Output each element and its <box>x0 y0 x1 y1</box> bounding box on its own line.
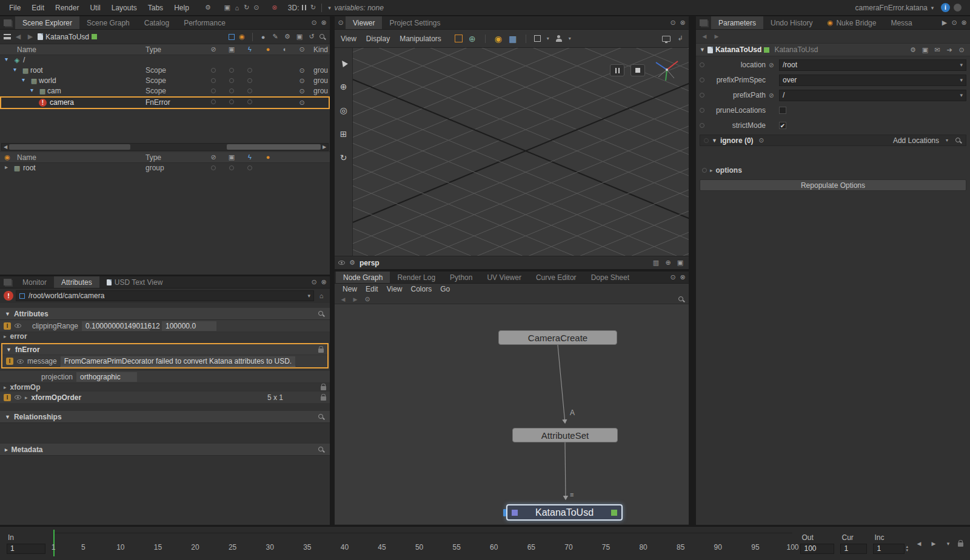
col-render-icon[interactable]: ▣ <box>227 152 236 162</box>
reload-3d-icon[interactable]: ↻ <box>309 3 318 13</box>
scrollbar-thumb[interactable] <box>227 144 321 150</box>
state-ring-icon[interactable] <box>211 78 216 83</box>
search-icon[interactable] <box>318 446 325 453</box>
film-gate-icon[interactable]: ▥ <box>651 258 661 268</box>
history-back-icon[interactable]: ◀ <box>13 32 23 42</box>
visibility-icon[interactable] <box>338 261 345 265</box>
dropdown-caret-icon[interactable]: ▾ <box>305 293 310 299</box>
timeline-strip[interactable]: 1510152025303540455055606570758085909510… <box>53 528 792 559</box>
close-pane-icon[interactable]: ⊗ <box>678 18 687 28</box>
tab-curve-editor[interactable]: Curve Editor <box>529 272 584 283</box>
search-icon[interactable] <box>319 33 326 41</box>
timeline-tick[interactable]: 15 <box>154 543 162 552</box>
strictmode-checkbox[interactable]: ✔ <box>779 122 786 129</box>
history-forward-icon[interactable]: ▶ <box>25 32 35 42</box>
timeline-tick[interactable]: 100 <box>786 543 798 552</box>
tree-row-camera-error[interactable]: ! camera FnError ⊙ <box>0 96 330 109</box>
col-name[interactable]: Name <box>17 153 36 162</box>
timeline-tick[interactable]: 20 <box>191 543 199 552</box>
float-pane-icon[interactable]: ⊙ <box>309 18 319 28</box>
nav-back-icon[interactable]: ◀ <box>700 32 709 41</box>
state-ring-icon[interactable] <box>211 68 216 73</box>
in-frame-input[interactable]: 1 <box>7 544 45 554</box>
col-lightning-icon[interactable]: ϟ <box>245 44 255 54</box>
pen-icon[interactable]: ✎ <box>270 32 280 42</box>
timeline-options-caret-icon[interactable]: ▾ <box>943 539 953 548</box>
tab-viewer[interactable]: Viewer <box>346 16 382 29</box>
timeline-tick[interactable]: 65 <box>527 543 535 552</box>
timeline-tick[interactable]: 70 <box>564 543 572 552</box>
refresh-icon[interactable]: ↻ <box>242 3 252 13</box>
float-pane-icon[interactable]: ⊙ <box>949 18 959 28</box>
attr-group-error[interactable]: ▸ error <box>0 332 330 341</box>
col-dot-icon[interactable]: ⊙ <box>297 44 307 54</box>
col-lightning-icon[interactable]: ϟ <box>245 152 255 162</box>
expand-arrow-icon[interactable]: ▼ <box>712 138 717 144</box>
state-ring-icon[interactable] <box>229 78 234 83</box>
grid-snap-icon[interactable]: ▦ <box>508 34 518 44</box>
ng-menu-edit[interactable]: Edit <box>361 285 383 293</box>
tab-python[interactable]: Python <box>443 272 480 283</box>
col-type[interactable]: Type <box>146 153 161 162</box>
pane-menu-icon[interactable]: ⊙ <box>336 18 346 28</box>
variables-caret-icon[interactable]: ▾ <box>325 3 335 13</box>
col-orange-ball-icon[interactable]: ● <box>263 44 273 54</box>
tab-nuke-bridge[interactable]: ◉Nuke Bridge <box>820 16 883 29</box>
close-pane-icon[interactable]: ⊗ <box>319 278 329 287</box>
tab-scene-graph[interactable]: Scene Graph <box>79 16 137 29</box>
viewer-menu-view[interactable]: View <box>338 35 359 43</box>
tree-row-world[interactable]: ▾ ▩ world Scope ⊙ grou <box>0 76 330 86</box>
scrollbar-thumb[interactable] <box>9 144 130 150</box>
param-state-icon[interactable] <box>700 108 704 113</box>
tree-row-stage[interactable]: ▾ ◈ / <box>0 55 330 65</box>
camera-name-label[interactable]: persp <box>360 259 380 267</box>
expand-arrow-icon[interactable]: ▾ <box>13 66 16 73</box>
state-ring-icon[interactable] <box>229 88 234 93</box>
param-state-icon[interactable] <box>704 138 709 143</box>
variables-label[interactable]: variables: none <box>335 4 384 12</box>
expand-arrow-icon[interactable]: ▾ <box>22 76 25 83</box>
node-attributeset[interactable]: AttributeSet <box>512 428 618 442</box>
pause-3d-icon[interactable] <box>302 5 306 10</box>
state-ring-icon[interactable] <box>247 68 252 73</box>
section-expand-icon[interactable]: ▼ <box>5 311 10 317</box>
col-name[interactable]: Name <box>17 45 36 54</box>
timeline-tick[interactable]: 35 <box>303 543 311 552</box>
search-icon[interactable] <box>318 413 325 421</box>
timeline-tick[interactable]: 5 <box>81 543 85 552</box>
dropdown-caret-icon[interactable]: ▾ <box>942 136 952 145</box>
timeline-tick[interactable]: 10 <box>116 543 124 552</box>
number-type-icon[interactable]: l <box>4 322 11 330</box>
timeline-tick[interactable]: 25 <box>229 543 236 552</box>
close-pane-icon[interactable]: ⊗ <box>678 273 687 282</box>
node-enabled-square-icon[interactable] <box>764 47 769 53</box>
tab-attributes[interactable]: Attributes <box>54 276 99 288</box>
timeline-tick[interactable]: 95 <box>751 543 759 552</box>
attr-value[interactable]: orthographic <box>76 372 137 382</box>
expand-arrow-icon[interactable]: ▼ <box>6 347 12 353</box>
tab-dope-sheet[interactable]: Dope Sheet <box>584 272 637 283</box>
home-icon[interactable]: ⌂ <box>316 291 326 301</box>
state-ring-icon[interactable] <box>229 68 234 73</box>
prefixpath-input[interactable]: / ▾ <box>779 90 966 101</box>
state-ring-icon[interactable] <box>247 165 252 170</box>
col-kind[interactable]: Kind <box>313 45 328 54</box>
tab-catalog[interactable]: Catalog <box>137 16 176 29</box>
working-node-label[interactable]: KatanaToUsd <box>45 33 89 41</box>
inc-down-icon[interactable]: ▾ <box>906 548 908 552</box>
rotate-tool-icon[interactable]: ↻ <box>337 151 350 164</box>
wire-sphere-icon[interactable]: ◉ <box>493 34 503 44</box>
ng-menu-view[interactable]: View <box>383 285 407 293</box>
tab-scene-explorer[interactable]: Scene Explorer <box>15 16 79 29</box>
attr-value[interactable]: 100000.0 <box>162 321 216 331</box>
dropdown-caret-icon[interactable]: ▾ <box>957 62 963 68</box>
scroll-left-icon[interactable]: ◀ <box>2 142 9 152</box>
state-ring-icon[interactable] <box>211 99 216 104</box>
sync-icon[interactable]: ↺ <box>307 32 316 42</box>
tab-render-log[interactable]: Render Log <box>390 272 443 283</box>
wrench-icon[interactable]: ⚙ <box>908 45 918 55</box>
ng-menu-colors[interactable]: Colors <box>407 285 436 293</box>
timeline-tick[interactable]: 50 <box>415 543 423 552</box>
dropdown-caret-icon[interactable]: ▾ <box>957 92 963 98</box>
collapse-arrow-icon[interactable]: ▸ <box>25 395 28 401</box>
